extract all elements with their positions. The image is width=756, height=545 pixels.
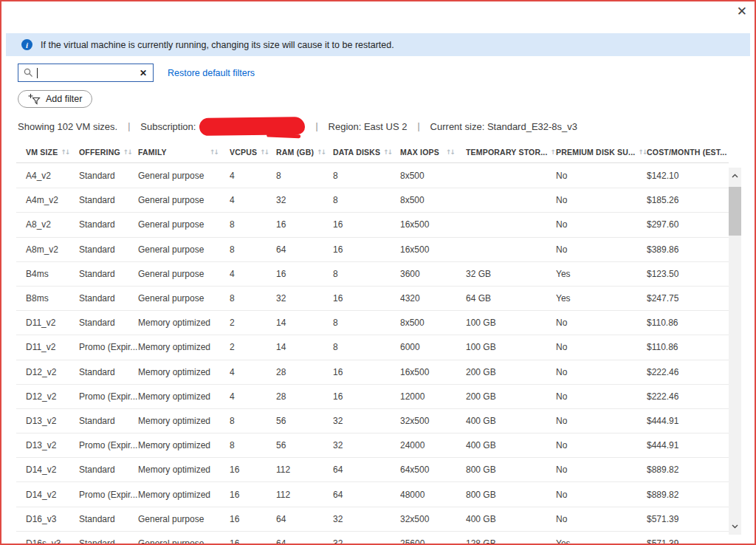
- search-input[interactable]: [41, 68, 135, 78]
- cell-vm-size: D13_v2: [16, 440, 79, 450]
- cell-ram: 28: [276, 391, 333, 402]
- cell-vcpus: 2: [230, 318, 276, 328]
- cell-max-iops: 8x500: [400, 318, 466, 328]
- sort-icon: ↑↓: [446, 148, 454, 156]
- column-header[interactable]: MAX IOPS ↑↓: [400, 148, 466, 157]
- cell-vm-size: D12_v2: [16, 367, 79, 377]
- scrollbar-thumb[interactable]: [729, 187, 741, 236]
- table-row[interactable]: D14_v2 Promo (Expir... Memory optimized …: [16, 482, 729, 507]
- cell-premium-disk: No: [556, 391, 647, 402]
- cell-family: Memory optimized: [138, 416, 230, 426]
- vertical-scrollbar[interactable]: [729, 168, 741, 535]
- close-icon[interactable]: ✕: [737, 5, 747, 18]
- cell-data-disks: 16: [333, 244, 400, 255]
- table-row[interactable]: D13_v2 Promo (Expir... Memory optimized …: [16, 433, 729, 458]
- column-header[interactable]: OFFERING ↑↓: [79, 148, 138, 157]
- scroll-up-icon[interactable]: [729, 169, 741, 182]
- cell-cost: $185.26: [647, 195, 729, 205]
- table-row[interactable]: D12_v2 Promo (Expir... Memory optimized …: [16, 385, 729, 409]
- cell-vcpus: 16: [230, 490, 276, 500]
- cell-family: Memory optimized: [138, 490, 230, 500]
- column-header-label: TEMPORARY STOR...: [466, 148, 548, 157]
- cell-offering: Standard: [79, 219, 138, 230]
- clear-search-icon[interactable]: ✕: [139, 69, 148, 78]
- cell-premium-disk: No: [556, 219, 647, 230]
- cell-family: General purpose: [138, 171, 230, 181]
- cell-family: Memory optimized: [138, 391, 230, 402]
- cell-temp-storage: 400 GB: [466, 440, 556, 450]
- add-filter-button[interactable]: Add filter: [18, 90, 92, 108]
- restore-default-filters-link[interactable]: Restore default filters: [168, 68, 255, 78]
- cell-data-disks: 64: [333, 490, 400, 500]
- sort-icon: ↑↓: [260, 148, 268, 156]
- cell-offering: Promo (Expir...: [79, 391, 138, 402]
- cell-vcpus: 8: [230, 416, 276, 426]
- cell-ram: 64: [276, 244, 333, 255]
- cell-vm-size: A4m_v2: [16, 195, 79, 205]
- cell-vcpus: 16: [230, 538, 276, 545]
- table-row[interactable]: A4_v2 Standard General purpose 4 8 8 8x5…: [16, 164, 729, 188]
- sort-icon: ↑↓: [551, 148, 556, 156]
- cell-max-iops: 12000: [400, 391, 466, 402]
- cell-family: General purpose: [138, 514, 230, 524]
- table-row[interactable]: D16s_v3 Standard General purpose 16 64 3…: [16, 532, 729, 545]
- column-header[interactable]: VM SIZE ↑↓: [16, 148, 79, 157]
- table-row[interactable]: A4m_v2 Standard General purpose 4 32 8 8…: [16, 188, 729, 213]
- cell-family: General purpose: [138, 219, 230, 230]
- table-row[interactable]: D12_v2 Standard Memory optimized 4 28 16…: [16, 360, 729, 385]
- info-icon: i: [21, 39, 32, 50]
- cell-vm-size: D11_v2: [16, 342, 79, 352]
- column-header[interactable]: TEMPORARY STOR... ↑↓: [466, 148, 556, 157]
- cell-ram: 32: [276, 293, 333, 304]
- cell-premium-disk: No: [556, 171, 647, 181]
- cell-cost: $110.86: [647, 318, 729, 328]
- table-row[interactable]: D13_v2 Standard Memory optimized 8 56 32…: [16, 409, 729, 433]
- column-header[interactable]: FAMILY ↑↓: [138, 148, 230, 157]
- cell-offering: Standard: [79, 269, 138, 279]
- sort-icon: ↑↓: [317, 148, 325, 156]
- cell-cost: $222.46: [647, 367, 729, 377]
- status-separator: |: [417, 121, 419, 131]
- cell-premium-disk: No: [556, 195, 647, 205]
- add-filter-icon: [28, 93, 41, 105]
- table-row[interactable]: D14_v2 Standard Memory optimized 16 112 …: [16, 458, 729, 482]
- cell-family: Memory optimized: [138, 367, 230, 377]
- cell-vcpus: 8: [230, 244, 276, 255]
- cell-max-iops: 3600: [400, 269, 466, 279]
- column-header[interactable]: VCPUS ↑↓: [230, 148, 276, 157]
- cell-offering: Standard: [79, 367, 138, 377]
- table-row[interactable]: B8ms Standard General purpose 8 32 16 43…: [16, 287, 729, 311]
- column-header[interactable]: COST/MONTH (EST... ↑↓: [647, 148, 729, 157]
- table-row[interactable]: A8_v2 Standard General purpose 8 16 16 1…: [16, 213, 729, 237]
- table-row[interactable]: D11_v2 Standard Memory optimized 2 14 8 …: [16, 311, 729, 335]
- search-row: ✕ Restore default filters: [18, 64, 255, 82]
- subscription-redaction: [199, 117, 305, 136]
- table-row[interactable]: D16_v3 Standard General purpose 16 64 32…: [16, 507, 729, 532]
- column-header[interactable]: PREMIUM DISK SU... ↑↓: [556, 148, 647, 157]
- cell-ram: 64: [276, 514, 333, 524]
- table-row[interactable]: D11_v2 Promo (Expir... Memory optimized …: [16, 335, 729, 360]
- cell-family: Memory optimized: [138, 342, 230, 352]
- cell-family: Memory optimized: [138, 465, 230, 475]
- search-box[interactable]: ✕: [18, 64, 154, 82]
- cell-max-iops: 8x500: [400, 195, 466, 205]
- cell-premium-disk: No: [556, 367, 647, 377]
- cell-vm-size: D12_v2: [16, 391, 79, 402]
- sort-icon: ↑↓: [123, 148, 131, 156]
- cell-ram: 14: [276, 342, 333, 352]
- scroll-down-icon[interactable]: [729, 520, 741, 533]
- column-header[interactable]: RAM (GB) ↑↓: [276, 148, 333, 157]
- table-row[interactable]: B4ms Standard General purpose 4 16 8 360…: [16, 262, 729, 287]
- column-header-label: DATA DISKS: [333, 148, 380, 157]
- sort-icon: ↑↓: [210, 148, 218, 156]
- column-header-label: FAMILY: [138, 148, 167, 157]
- cell-offering: Standard: [79, 171, 138, 181]
- cell-ram: 14: [276, 318, 333, 328]
- cell-cost: $110.86: [647, 342, 729, 352]
- table-row[interactable]: A8m_v2 Standard General purpose 8 64 16 …: [16, 238, 729, 262]
- cell-data-disks: 8: [333, 342, 400, 352]
- cell-data-disks: 8: [333, 318, 400, 328]
- cell-cost: $889.82: [647, 490, 729, 500]
- column-header[interactable]: DATA DISKS ↑↓: [333, 148, 400, 157]
- cell-data-disks: 8: [333, 269, 400, 279]
